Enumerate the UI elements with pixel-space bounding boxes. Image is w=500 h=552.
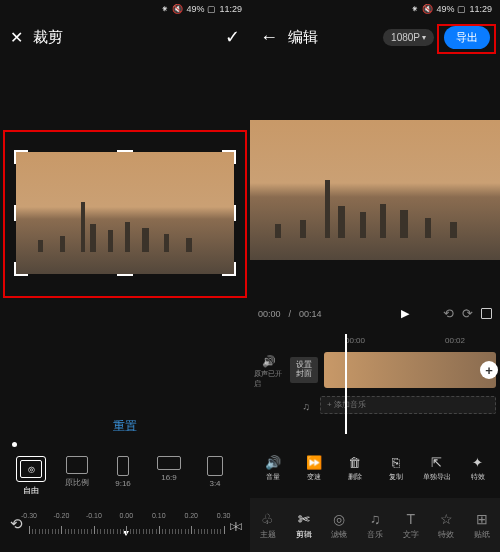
redo-icon[interactable] [462, 306, 473, 321]
ruler-tick-label: 0.10 [152, 512, 166, 519]
status-bar-left: ⁕ 🔇 49% ▢ 11:29 [0, 0, 250, 18]
speaker-icon[interactable] [262, 351, 276, 369]
tool-label: 变速 [307, 472, 321, 482]
crop-handle-tr[interactable] [222, 150, 236, 164]
reset-button[interactable]: 重置 [0, 418, 250, 435]
bluetooth-icon: ⁕ [411, 4, 419, 14]
tab-label: 贴纸 [474, 529, 490, 540]
crop-handle-bl[interactable] [14, 262, 28, 276]
add-clip-button[interactable]: + [480, 361, 498, 379]
annotation-highlight-export [437, 24, 496, 54]
ratio-original[interactable]: 原比例 [56, 456, 98, 496]
timestamp: 00:00 [345, 336, 365, 345]
fullscreen-icon[interactable] [481, 308, 492, 319]
tool-label: 单独导出 [423, 472, 451, 482]
play-icon[interactable] [401, 307, 409, 320]
back-icon[interactable] [260, 27, 278, 48]
ruler-tick-label: 0.30 [217, 512, 231, 519]
tool-icon: ⏩ [306, 454, 322, 470]
battery-pct: 49% [436, 4, 454, 14]
video-clip[interactable]: + [324, 352, 496, 388]
crop-title: 裁剪 [33, 28, 63, 47]
ruler-tick-label: -0.30 [21, 512, 37, 519]
ruler-tick-label: -0.10 [86, 512, 102, 519]
crop-topbar: 裁剪 [0, 18, 250, 56]
ruler-tick-label: 0.00 [120, 512, 134, 519]
tab-label: 剪辑 [296, 529, 312, 540]
tool-1[interactable]: ⏩变速 [296, 454, 332, 482]
rotation-ruler-row: -0.30-0.20-0.100.000.100.200.30 [0, 512, 250, 536]
aspect-ratio-row: ◎ 自由 原比例 9:16 16:9 3:4 [0, 456, 250, 496]
tab-icon: ✄ [298, 511, 310, 527]
tab-icon: ☆ [440, 511, 453, 527]
crop-handle-top[interactable] [117, 150, 133, 152]
tool-5[interactable]: ✦特效 [460, 454, 496, 482]
battery-pct: 49% [186, 4, 204, 14]
crop-handle-br[interactable] [222, 262, 236, 276]
crop-frame[interactable] [16, 152, 234, 274]
ratio-3-4[interactable]: 3:4 [194, 456, 236, 496]
close-icon[interactable] [10, 28, 23, 47]
timestamp: 00:02 [445, 336, 465, 345]
mute-icon: 🔇 [422, 4, 433, 14]
tool-4[interactable]: ⇱单独导出 [419, 454, 455, 482]
tab-label: 主题 [260, 529, 276, 540]
resolution-select[interactable]: 1080P [383, 29, 434, 46]
ratio-label: 3:4 [209, 479, 220, 488]
tool-label: 复制 [389, 472, 403, 482]
tab-icon: ◎ [333, 511, 345, 527]
rotation-ruler[interactable]: -0.30-0.20-0.100.000.100.200.30 [29, 512, 224, 536]
crop-handle-right[interactable] [234, 205, 236, 221]
ratio-9-16[interactable]: 9:16 [102, 456, 144, 496]
tab-label: 滤镜 [331, 529, 347, 540]
tool-icon: ⎘ [388, 454, 404, 470]
tool-icon: ⇱ [429, 454, 445, 470]
tab-icon: ♫ [370, 511, 381, 527]
video-preview[interactable] [250, 120, 500, 260]
tool-0[interactable]: 🔊音量 [255, 454, 291, 482]
music-note-icon [303, 396, 311, 414]
tool-icon: ✦ [470, 454, 486, 470]
edit-panel: ⁕ 🔇 49% ▢ 11:29 编辑 1080P 导出 [250, 0, 500, 552]
ratio-free[interactable]: ◎ 自由 [10, 456, 52, 496]
undo-icon[interactable] [443, 306, 454, 321]
time-current: 00:00 [258, 309, 281, 319]
mute-icon: 🔇 [172, 4, 183, 14]
status-bar-right: ⁕ 🔇 49% ▢ 11:29 [250, 0, 500, 18]
tab-音乐[interactable]: ♫音乐 [357, 498, 393, 552]
tool-2[interactable]: 🗑删除 [337, 454, 373, 482]
crop-handle-left[interactable] [14, 205, 16, 221]
tab-icon: T [406, 511, 415, 527]
tool-label: 删除 [348, 472, 362, 482]
bottom-tabs: ♧主题✄剪辑◎滤镜♫音乐T文字☆特效⊞贴纸 [250, 498, 500, 552]
ratio-16-9[interactable]: 16:9 [148, 456, 190, 496]
tab-icon: ⊞ [476, 511, 488, 527]
clock: 11:29 [469, 4, 492, 14]
crop-handle-bottom[interactable] [117, 274, 133, 276]
tool-3[interactable]: ⎘复制 [378, 454, 414, 482]
time-total: 00:14 [299, 309, 322, 319]
battery-icon: ▢ [457, 4, 466, 14]
ratio-label: 原比例 [65, 477, 89, 488]
confirm-icon[interactable] [225, 26, 240, 48]
tab-文字[interactable]: T文字 [393, 498, 429, 552]
tool-label: 音量 [266, 472, 280, 482]
tool-icon: 🗑 [347, 454, 363, 470]
tool-label: 特效 [471, 472, 485, 482]
tab-特效[interactable]: ☆特效 [429, 498, 465, 552]
tab-label: 音乐 [367, 529, 383, 540]
tab-滤镜[interactable]: ◎滤镜 [321, 498, 357, 552]
timeline-tracks: 00:00 00:02 原声已开启 设置封面 + + 添加音乐 [250, 334, 500, 442]
bluetooth-icon: ⁕ [161, 4, 169, 14]
playhead[interactable] [345, 334, 347, 434]
ratio-label: 9:16 [115, 479, 131, 488]
edit-title: 编辑 [288, 28, 318, 47]
tab-贴纸[interactable]: ⊞贴纸 [464, 498, 500, 552]
crop-handle-tl[interactable] [14, 150, 28, 164]
original-sound-label: 原声已开启 [254, 369, 284, 389]
tab-剪辑[interactable]: ✄剪辑 [286, 498, 322, 552]
clock: 11:29 [219, 4, 242, 14]
flip-icon[interactable] [230, 515, 240, 533]
set-cover-button[interactable]: 设置封面 [290, 357, 318, 383]
tab-主题[interactable]: ♧主题 [250, 498, 286, 552]
